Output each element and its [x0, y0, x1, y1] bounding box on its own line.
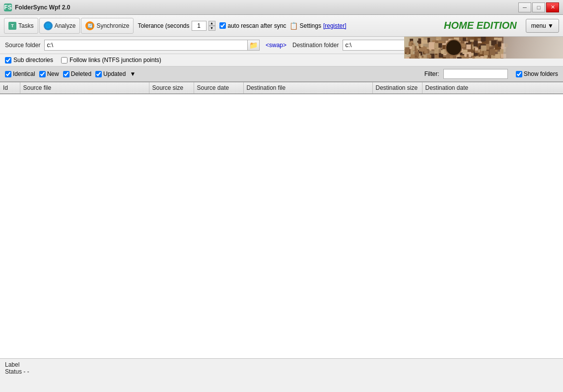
tolerance-down-button[interactable]: ▼: [209, 26, 215, 31]
status-line: Status - -: [5, 368, 558, 375]
source-folder-wrap: 📁: [44, 40, 260, 51]
show-folders-checkbox[interactable]: [516, 71, 522, 77]
restore-button[interactable]: □: [532, 2, 545, 12]
show-folders-option[interactable]: Show folders: [516, 70, 558, 77]
swap-button[interactable]: <swap>: [264, 42, 288, 49]
statusbar: Label Status - -: [0, 358, 563, 377]
promo-area: Source folder 📁 <swap> Destination folde…: [0, 37, 563, 54]
menu-label: menu ▼: [531, 22, 554, 29]
autorescan-checkbox[interactable]: [219, 22, 226, 29]
tasks-icon: T: [8, 22, 16, 30]
analyze-icon: 🌐: [44, 21, 53, 30]
source-browse-button[interactable]: 📁: [248, 40, 260, 51]
table-header-row: Id Source file Source size Source date D…: [0, 82, 563, 94]
updated-dropdown[interactable]: ▼: [130, 70, 136, 77]
app-title: FolderSync Wpf 2.0: [15, 4, 70, 11]
menu-button[interactable]: menu ▼: [526, 19, 559, 33]
show-folders-label: Show folders: [524, 70, 558, 77]
tolerance-label: Tolerance (seconds: [138, 22, 189, 29]
titlebar-controls: ─ □ ✕: [518, 2, 559, 12]
subdirs-checkbox[interactable]: [5, 57, 11, 64]
source-folder-icon: 📁: [249, 41, 258, 49]
tolerance-up-button[interactable]: ▲: [209, 21, 215, 26]
main-table: Id Source file Source size Source date D…: [0, 82, 563, 94]
app-icon: FS: [4, 3, 12, 11]
label-line: Label: [5, 361, 558, 368]
minimize-button[interactable]: ─: [518, 2, 531, 12]
col-header-dst-date[interactable]: Destination date: [422, 82, 563, 94]
col-header-src-date[interactable]: Source date: [194, 82, 243, 94]
table-container: Id Source file Source size Source date D…: [0, 82, 563, 377]
followlinks-checkbox[interactable]: [61, 57, 68, 64]
followlinks-label: Follow links (NTFS junction points): [70, 57, 161, 64]
deleted-checkbox[interactable]: [63, 71, 70, 77]
tolerance-spinner: ▲ ▼: [209, 21, 215, 31]
filter-input[interactable]: [443, 69, 508, 79]
autorescan-section: auto rescan after sync: [219, 22, 286, 29]
dest-folder-label: Destination folder: [292, 42, 339, 49]
deleted-label: Deleted: [71, 70, 91, 77]
settings-section: 📋 Settings [register]: [287, 22, 349, 30]
settings-label: Settings: [300, 22, 321, 29]
updated-checkbox[interactable]: [95, 71, 102, 77]
source-folder-input[interactable]: [44, 40, 248, 51]
sync-icon: 🔄: [85, 21, 94, 30]
deleted-filter[interactable]: Deleted: [63, 70, 91, 77]
followlinks-option[interactable]: Follow links (NTFS junction points): [61, 57, 161, 64]
tasks-button[interactable]: T Tasks: [4, 18, 38, 34]
promo-image-area: [404, 37, 563, 59]
col-header-src-file[interactable]: Source file: [20, 82, 149, 94]
tolerance-input[interactable]: [192, 21, 207, 31]
filter-bar: Identical New Deleted Updated ▼ Filter: …: [0, 66, 563, 82]
tolerance-section: Tolerance (seconds ▲ ▼: [135, 21, 218, 31]
updated-filter[interactable]: Updated: [95, 70, 126, 77]
new-checkbox[interactable]: [39, 71, 46, 77]
analyze-label: Analyze: [55, 22, 76, 29]
toolbar: T Tasks 🌐 Analyze 🔄 Synchronize Toleranc…: [0, 15, 563, 37]
synchronize-label: Synchronize: [96, 22, 129, 29]
analyze-button[interactable]: 🌐 Analyze: [39, 18, 80, 34]
titlebar-left: FS FolderSync Wpf 2.0: [4, 3, 70, 11]
source-folder-label: Source folder: [5, 42, 40, 49]
tasks-label: Tasks: [18, 22, 34, 29]
new-label: New: [47, 70, 59, 77]
folders-row: Source folder 📁 <swap> Destination folde…: [0, 37, 563, 54]
col-header-dst-size[interactable]: Destination size: [372, 82, 422, 94]
register-link[interactable]: [register]: [323, 22, 347, 29]
close-button[interactable]: ✕: [546, 2, 559, 12]
new-filter[interactable]: New: [39, 70, 59, 77]
identical-filter[interactable]: Identical: [5, 70, 35, 77]
subdirs-label: Sub directories: [13, 57, 53, 64]
home-edition-label: HOME EDITION: [444, 20, 521, 31]
promo-canvas: [404, 37, 563, 59]
filter-label: Filter:: [424, 70, 439, 77]
titlebar: FS FolderSync Wpf 2.0 ─ □ ✕: [0, 0, 563, 15]
settings-icon: 📋: [289, 22, 298, 30]
col-header-dst-file[interactable]: Destination file: [243, 82, 372, 94]
synchronize-button[interactable]: 🔄 Synchronize: [81, 18, 134, 34]
identical-checkbox[interactable]: [5, 71, 11, 77]
col-header-id[interactable]: Id: [0, 82, 20, 94]
updated-label: Updated: [103, 70, 126, 77]
subdirs-option[interactable]: Sub directories: [5, 57, 53, 64]
identical-label: Identical: [13, 70, 35, 77]
autorescan-label[interactable]: auto rescan after sync: [228, 22, 286, 29]
col-header-src-size[interactable]: Source size: [149, 82, 194, 94]
